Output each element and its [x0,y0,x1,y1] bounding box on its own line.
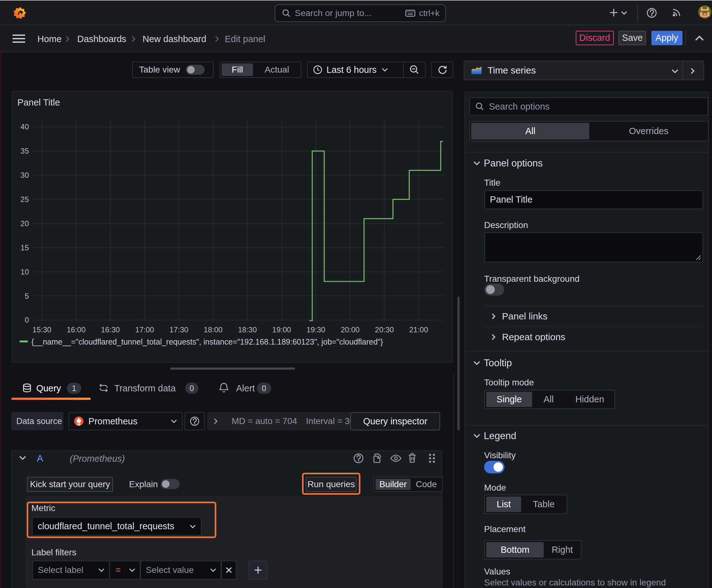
svg-text:16:00: 16:00 [67,326,85,334]
svg-text:20:30: 20:30 [375,326,394,334]
svg-text:15:30: 15:30 [33,326,51,334]
svg-text:18:00: 18:00 [204,326,222,334]
svg-text:18:30: 18:30 [238,326,257,334]
svg-text:5: 5 [25,292,29,300]
svg-text:35: 35 [20,147,29,155]
svg-text:16:30: 16:30 [101,326,120,334]
svg-text:17:00: 17:00 [135,326,154,334]
svg-text:30: 30 [20,171,29,180]
svg-text:19:30: 19:30 [306,326,325,334]
svg-text:10: 10 [20,268,29,276]
svg-text:19:00: 19:00 [272,326,291,334]
svg-text:20: 20 [20,219,29,228]
svg-text:25: 25 [20,195,29,204]
svg-text:20:00: 20:00 [341,326,360,334]
svg-text:17:30: 17:30 [170,326,188,334]
svg-text:21:00: 21:00 [409,326,428,334]
svg-text:0: 0 [25,316,29,324]
svg-text:15: 15 [20,244,29,252]
svg-text:40: 40 [20,123,29,131]
